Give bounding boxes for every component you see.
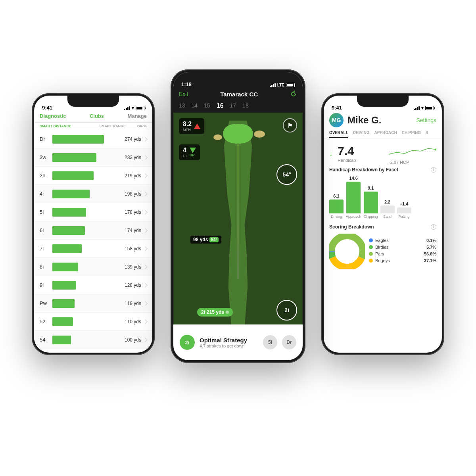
club-name: 9i (40, 282, 52, 288)
chevron-right-icon (143, 173, 147, 178)
tab-manage[interactable]: Manage (128, 113, 147, 119)
tab-diagnostic[interactable]: Diagnostic (40, 113, 66, 119)
info-icon-scoring[interactable]: i (431, 224, 436, 230)
facet-value: 9.1 (368, 186, 374, 190)
club-row-dr[interactable]: Dr 274 yds (34, 130, 152, 148)
scoring-legend: Eagles 0.1% Birdies 5.7% Pars 56.6% Boge… (369, 238, 436, 265)
hole-tab-17[interactable]: 17 (230, 102, 236, 109)
club-name: 2h (40, 173, 52, 178)
club-row-2h[interactable]: 2h 219 yds (34, 167, 152, 185)
hole-tabs: 13 14 15 16 17 18 (173, 101, 303, 113)
legend-label: Pars (375, 251, 384, 256)
club-bar-container (52, 190, 114, 198)
club-bar-container (52, 153, 114, 162)
legend-pct: 0.1% (426, 238, 436, 243)
svg-point-6 (337, 242, 357, 261)
donut-svg (329, 234, 365, 269)
chevron-right-icon (143, 155, 147, 159)
club-bar (52, 153, 96, 162)
tab-more[interactable]: S (426, 131, 428, 138)
center-phone: 1:18 LTE Exit Tamarack CC (171, 69, 305, 363)
hole-tab-15[interactable]: 15 (204, 102, 210, 109)
club-bar (52, 208, 86, 217)
legend-dot (369, 259, 373, 263)
left-phone-screen: 9:41 ▾ Diagnostic Clubs Manage (34, 96, 152, 353)
tab-overall[interactable]: OVERALL (329, 131, 348, 138)
hole-tab-16[interactable]: 16 (217, 102, 224, 109)
alt-club-dr[interactable]: Dr (282, 335, 296, 349)
clubs-columns: SMART DISTANCE SMART RANGE GIR% (34, 123, 152, 130)
refresh-icon[interactable] (290, 90, 297, 98)
hole-tab-18[interactable]: 18 (242, 102, 249, 109)
club-distance: 158 yds (117, 246, 141, 251)
club-row-3w[interactable]: 3w 233 yds (34, 148, 152, 167)
hole-tab-14[interactable]: 14 (192, 102, 198, 109)
facet-col-approach: 14.6 Approach (346, 176, 361, 219)
signal-icon-right (414, 106, 420, 110)
club-row-7i[interactable]: 7i 158 yds (34, 240, 152, 258)
legend-item-birdies: Birdies 5.7% (369, 245, 436, 250)
club-bar (52, 299, 75, 308)
scoring-title: Scoring Breakdown i (329, 224, 436, 230)
club-row-6i[interactable]: 6i 174 yds (34, 221, 152, 240)
club-bar (52, 336, 71, 344)
optimal-title: Optimal Strategy (200, 337, 258, 344)
hcp-change-group: -2.07 HCP (389, 142, 436, 165)
tab-clubs[interactable]: Clubs (90, 113, 104, 119)
chevron-right-icon (143, 192, 147, 196)
facet-value: 2.2 (384, 200, 390, 204)
wind-widget: 8.2 MPH (179, 118, 204, 134)
lte-label: LTE (277, 83, 284, 87)
tab-driving[interactable]: DRIVING (353, 131, 370, 138)
bunker-left (213, 134, 222, 140)
elevation-direction: UP (190, 153, 196, 157)
club-distance: 274 yds (117, 136, 141, 142)
green (223, 124, 253, 144)
wifi-icon-left: ▾ (132, 106, 134, 111)
club-name: 6i (40, 227, 52, 233)
handicap-row: ↓ 7.4 Handicap -2.07 HCP (324, 142, 442, 167)
tab-approach[interactable]: APPROACH (374, 131, 397, 138)
club-bar (52, 263, 78, 271)
chevron-right-icon (143, 210, 147, 214)
club-row-54[interactable]: 54 100 yds (34, 331, 152, 349)
time-right: 9:41 (332, 105, 342, 111)
info-icon-breakdown[interactable]: i (431, 167, 436, 173)
chevron-right-icon (143, 283, 147, 287)
club-distance: 139 yds (117, 264, 141, 270)
facet-col-driving: 6.1 Driving (329, 194, 344, 219)
facet-name: Driving (331, 215, 342, 219)
course-map[interactable]: 8.2 MPH 4 FT UP ⚑ (173, 113, 303, 360)
club-row-pw[interactable]: Pw 119 yds (34, 294, 152, 313)
battery-icon-center (286, 83, 295, 87)
club-row-5i[interactable]: 5i 178 yds (34, 203, 152, 221)
facet-bars: 6.1 Driving 14.6 Approach 9.1 Chipping 2… (324, 176, 442, 219)
club-bar-container (52, 244, 114, 253)
legend-item-pars: Pars 56.6% (369, 251, 436, 256)
legend-pct: 37.1% (424, 258, 436, 263)
alt-club-5i[interactable]: 5i (263, 335, 277, 349)
exit-button[interactable]: Exit (179, 91, 188, 97)
status-icons-right: ▾ (414, 106, 434, 111)
club-distance: 198 yds (117, 191, 141, 197)
hole-tab-13[interactable]: 13 (179, 102, 185, 109)
settings-button[interactable]: Settings (416, 117, 436, 124)
tab-chipping[interactable]: CHIPPING (402, 131, 421, 138)
club-row-52[interactable]: 52 110 yds (34, 313, 152, 331)
facet-value: 14.6 (349, 176, 358, 180)
club-row-9i[interactable]: 9i 128 yds (34, 276, 152, 294)
club-bar (52, 171, 94, 180)
club-row-4i[interactable]: 4i 198 yds (34, 185, 152, 203)
facet-name: Approach (346, 215, 361, 219)
elevation-value: 4 (183, 147, 187, 154)
legend-label: Birdies (375, 245, 389, 250)
notch-right (357, 96, 409, 107)
hcp-change: -2.07 HCP (389, 160, 436, 165)
wind-speed: 8.2 (183, 121, 192, 128)
club-row-8i[interactable]: 8i 139 yds (34, 258, 152, 276)
donut-chart (329, 234, 365, 269)
hcp-value: 7.4 (338, 144, 354, 157)
optimal-club-badge: 2i (180, 335, 195, 350)
club-name: 5i (40, 209, 52, 215)
chevron-right-icon (143, 137, 147, 141)
